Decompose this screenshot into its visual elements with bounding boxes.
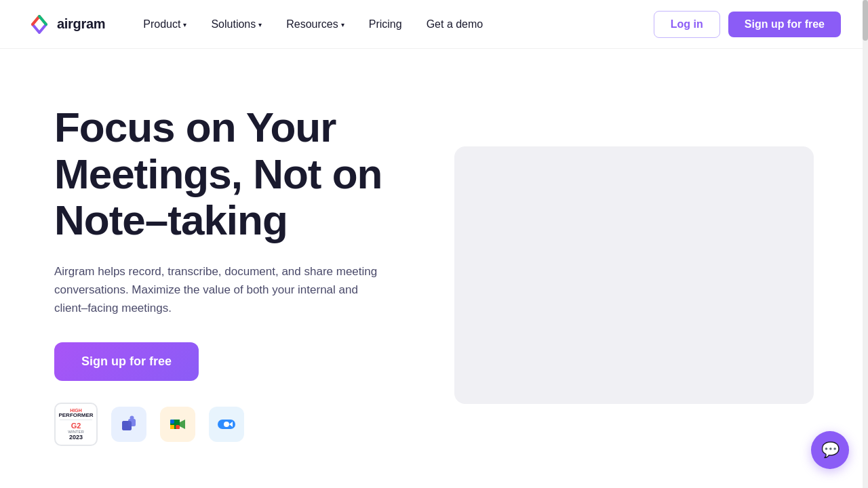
nav-actions: Log in Sign up for free [654, 11, 841, 38]
chevron-down-icon: ▾ [258, 21, 262, 28]
hero-video-placeholder [454, 146, 814, 404]
nav-item-demo-label: Get a demo [427, 18, 484, 30]
svg-rect-6 [170, 420, 174, 424]
hero-title-line3: Note–taking [54, 197, 288, 243]
svg-rect-8 [170, 425, 174, 429]
chevron-down-icon: ▾ [183, 21, 186, 28]
hero-section: Focus on Your Meetings, Not on Note–taki… [0, 49, 868, 488]
login-button[interactable]: Log in [654, 11, 720, 38]
svg-rect-7 [176, 420, 180, 424]
hero-cta-button[interactable]: Sign up for free [54, 342, 199, 381]
nav-item-resources[interactable]: Resources ▾ [275, 13, 355, 36]
signup-button-nav[interactable]: Sign up for free [728, 12, 841, 37]
svg-point-11 [224, 422, 229, 427]
trust-bar: HIGH PERFORMER G2 WINTER 2023 [54, 403, 414, 446]
chevron-down-icon: ▾ [341, 21, 344, 28]
nav-item-pricing-label: Pricing [369, 18, 402, 30]
nav-item-demo[interactable]: Get a demo [416, 13, 494, 36]
hero-right [454, 146, 814, 404]
chat-support-button[interactable]: 💬 [811, 431, 849, 469]
nav-item-pricing[interactable]: Pricing [358, 13, 413, 36]
svg-rect-3 [122, 421, 132, 430]
nav-item-solutions-label: Solutions [211, 18, 256, 30]
g2-year: 2023 [69, 434, 83, 441]
logo-text: airgram [57, 16, 105, 32]
g2-badge: HIGH PERFORMER G2 WINTER 2023 [54, 403, 98, 446]
svg-point-2 [130, 415, 134, 420]
hero-title-line2: Meetings, Not on [54, 150, 382, 197]
nav-item-product[interactable]: Product ▾ [132, 13, 197, 36]
meet-integration-icon [160, 407, 195, 442]
nav-item-product-label: Product [143, 18, 180, 30]
nav-item-resources-label: Resources [286, 18, 338, 30]
nav-item-solutions[interactable]: Solutions ▾ [200, 13, 273, 36]
zoom-integration-icon [209, 407, 244, 442]
hero-left: Focus on Your Meetings, Not on Note–taki… [54, 104, 414, 445]
hero-title: Focus on Your Meetings, Not on Note–taki… [54, 104, 414, 243]
logo-icon [27, 12, 52, 37]
g2-performer-label: PERFORMER [58, 413, 93, 418]
scrollbar-thumb[interactable] [863, 0, 868, 41]
g2-brand: G2 [71, 422, 81, 430]
nav-links: Product ▾ Solutions ▾ Resources ▾ Pricin… [132, 13, 654, 36]
hero-title-line1: Focus on Your [54, 104, 336, 150]
logo-link[interactable]: airgram [27, 12, 105, 37]
scrollbar[interactable] [863, 0, 868, 488]
chat-icon: 💬 [821, 441, 840, 459]
navbar: airgram Product ▾ Solutions ▾ Resources … [0, 0, 868, 49]
teams-integration-icon [111, 407, 146, 442]
svg-rect-9 [176, 425, 180, 429]
hero-subtitle: Airgram helps record, transcribe, docume… [54, 262, 380, 318]
